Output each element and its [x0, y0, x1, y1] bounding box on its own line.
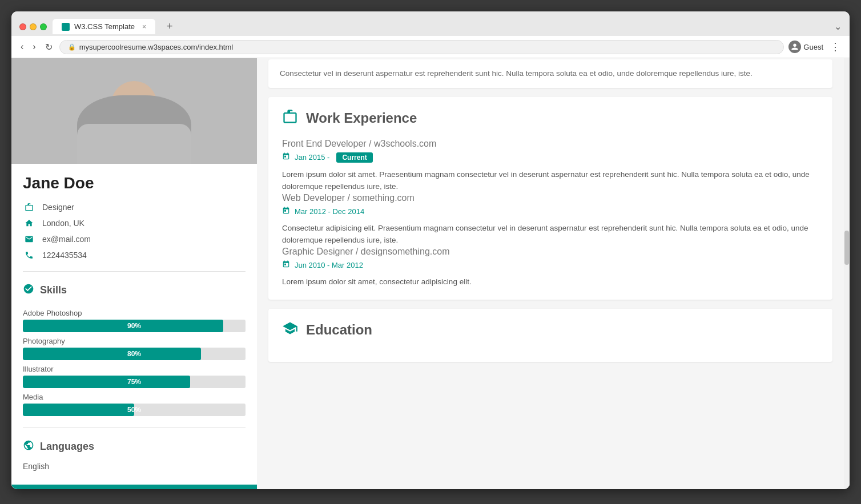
education-icon — [282, 320, 298, 340]
skill-item-media: Media 50% — [23, 393, 246, 416]
main-content: Consectetur vel in deserunt aspernatur e… — [257, 58, 844, 489]
skill-label-media: Media — [23, 393, 246, 401]
job-3-description: Lorem ipsum dolor sit amet, consectetur … — [282, 276, 819, 288]
skill-percent-photoshop: 90% — [23, 320, 246, 332]
divider-languages — [23, 428, 246, 428]
skill-item-photoshop: Adobe Photoshop 90% — [23, 309, 246, 332]
browser-window: W3.CSS Template × + ⌄ ‹ › ↻ 🔒 mysupercoo… — [11, 11, 850, 489]
email-icon — [23, 235, 35, 244]
browser-titlebar: W3.CSS Template × + ⌄ — [11, 11, 850, 36]
info-job: Designer — [23, 199, 246, 215]
dot-red[interactable] — [19, 23, 26, 30]
location-text: London, UK — [42, 219, 85, 228]
back-button[interactable]: ‹ — [18, 41, 26, 53]
browser-menu-button[interactable]: ⋮ — [828, 39, 843, 54]
skills-icon — [23, 283, 34, 297]
calendar-icon-1 — [282, 152, 290, 162]
job-title-text: Designer — [42, 203, 74, 212]
email-text: ex@mail.com — [42, 235, 91, 244]
job-1-description: Lorem ipsum dolor sit amet. Praesentium … — [282, 168, 819, 193]
forward-button[interactable]: › — [30, 41, 38, 53]
guest-label: Guest — [803, 43, 823, 51]
skill-percent-media: 50% — [23, 404, 246, 416]
browser-tab[interactable]: W3.CSS Template × — [53, 19, 155, 34]
guest-button[interactable]: Guest — [788, 41, 823, 53]
home-icon — [23, 219, 35, 228]
skill-bar-photography: 80% — [23, 348, 246, 360]
dot-yellow[interactable] — [30, 23, 37, 30]
skill-label-photography: Photography — [23, 337, 246, 345]
person-shirt — [77, 124, 191, 164]
job-item-1: Front End Developer / w3schools.com Jan … — [282, 139, 819, 193]
guest-avatar — [788, 41, 801, 53]
divider-skills — [23, 271, 246, 272]
info-email: ex@mail.com — [23, 231, 246, 247]
work-experience-heading: Work Experience — [282, 108, 819, 128]
skill-bar-illustrator: 75% — [23, 376, 246, 388]
job-3-date: Jun 2010 - Mar 2012 — [282, 260, 819, 270]
scrollbar-track[interactable] — [844, 58, 850, 489]
top-description-text: Consectetur vel in deserunt aspernatur e… — [280, 69, 753, 78]
expand-button[interactable]: ⌄ — [834, 21, 842, 32]
scrollbar-thumb[interactable] — [844, 231, 849, 265]
job-1-date: Jan 2015 - Current — [282, 152, 819, 163]
current-badge: Current — [336, 152, 372, 163]
address-bar[interactable]: 🔒 mysupercoolresume.w3spaces.com/index.h… — [59, 40, 784, 54]
job-2-title: Web Developer / something.com — [282, 193, 819, 203]
lock-icon: 🔒 — [68, 43, 76, 51]
phone-text: 1224435534 — [42, 251, 87, 260]
job-2-description: Consectetur adipisicing elit. Praesentiu… — [282, 222, 819, 247]
job-3-title: Graphic Designer / designsomething.com — [282, 247, 819, 257]
browser-dots — [19, 23, 47, 30]
work-experience-title: Work Experience — [306, 110, 417, 126]
skill-bar-media: 50% — [23, 404, 246, 416]
dot-green[interactable] — [40, 23, 47, 30]
work-experience-card: Work Experience Front End Developer / w3… — [268, 97, 832, 300]
skill-percent-photography: 80% — [23, 348, 246, 360]
teal-footer-bar — [11, 485, 257, 489]
languages-heading: Languages — [11, 434, 257, 457]
phone-icon — [23, 251, 35, 260]
job-item-3: Graphic Designer / designsomething.com J… — [282, 247, 819, 288]
info-phone: 1224435534 — [23, 247, 246, 263]
education-card: Education — [268, 309, 832, 362]
profile-image-area — [11, 58, 257, 164]
skill-percent-illustrator: 75% — [23, 376, 246, 388]
skill-label-illustrator: Illustrator — [23, 365, 246, 373]
languages-label: Languages — [40, 441, 94, 453]
new-tab-button[interactable]: + — [161, 17, 179, 36]
top-text-box: Consectetur vel in deserunt aspernatur e… — [268, 59, 832, 88]
skill-bar-photoshop: 90% — [23, 320, 246, 332]
url-text: mysupercoolresume.w3spaces.com/index.htm… — [79, 43, 234, 51]
languages-area: English — [11, 457, 257, 479]
job-3-date-text: Jun 2010 - Mar 2012 — [295, 261, 363, 269]
education-title: Education — [306, 322, 372, 338]
browser-toolbar: ‹ › ↻ 🔒 mysupercoolresume.w3spaces.com/i… — [11, 36, 850, 58]
job-2-date: Mar 2012 - Dec 2014 — [282, 207, 819, 216]
skill-label-photoshop: Adobe Photoshop — [23, 309, 246, 317]
job-item-2: Web Developer / something.com Mar 2012 -… — [282, 193, 819, 247]
tab-favicon — [62, 23, 70, 31]
skills-area: Adobe Photoshop 90% Photography 80% Illu… — [11, 301, 257, 422]
skill-item-illustrator: Illustrator 75% — [23, 365, 246, 388]
skill-item-photography: Photography 80% — [23, 337, 246, 360]
sidebar-info: Designer London, UK ex@mail.com — [11, 197, 257, 265]
tab-close-button[interactable]: × — [142, 23, 146, 31]
work-icon — [282, 108, 298, 128]
education-heading: Education — [282, 320, 819, 340]
job-1-date-text: Jan 2015 - — [295, 153, 329, 162]
skills-heading: Skills — [11, 277, 257, 301]
briefcase-icon — [23, 203, 35, 212]
skills-label: Skills — [40, 284, 67, 296]
globe-icon — [23, 440, 34, 454]
job-2-date-text: Mar 2012 - Dec 2014 — [295, 207, 364, 216]
profile-name: Jane Doe — [11, 164, 257, 197]
job-1-title: Front End Developer / w3schools.com — [282, 139, 819, 149]
calendar-icon-3 — [282, 260, 290, 270]
refresh-button[interactable]: ↻ — [43, 41, 55, 54]
language-english: English — [23, 459, 246, 473]
info-location: London, UK — [23, 215, 246, 231]
tab-title: W3.CSS Template — [74, 22, 135, 31]
sidebar: Jane Doe Designer London, UK — [11, 58, 257, 489]
page-content: Jane Doe Designer London, UK — [11, 58, 850, 489]
